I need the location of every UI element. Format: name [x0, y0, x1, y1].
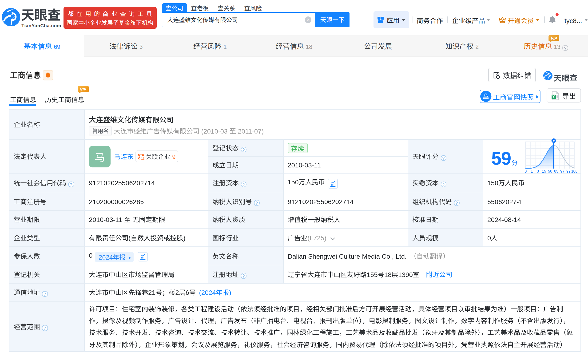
svg-text:50: 50 [548, 169, 552, 173]
svg-text:100: 100 [571, 169, 577, 173]
svg-text:VIP: VIP [551, 36, 557, 40]
svg-text:97: 97 [560, 169, 564, 173]
svg-text:15: 15 [542, 169, 546, 173]
svg-text:0: 0 [525, 169, 527, 173]
svg-text:99: 99 [566, 169, 571, 173]
svg-text:1: 1 [531, 169, 533, 173]
svg-text:VIP: VIP [80, 87, 86, 91]
svg-text:3: 3 [537, 169, 539, 173]
svg-text:企: 企 [141, 155, 144, 160]
svg-text:85: 85 [554, 169, 558, 173]
